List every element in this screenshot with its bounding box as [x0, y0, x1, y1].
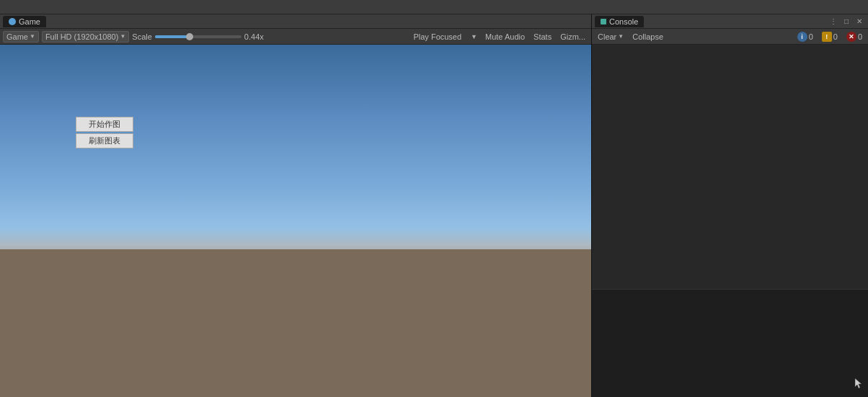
console-tab-label: Console	[609, 17, 638, 26]
warn-icon: !	[822, 32, 832, 42]
stats-label: Stats	[533, 32, 552, 41]
console-maximize-icon[interactable]: □	[841, 16, 852, 27]
play-focused-label: Play Focused	[413, 32, 461, 41]
info-badge[interactable]: i 0	[794, 31, 816, 43]
cursor-arrow-icon	[854, 377, 862, 390]
start-drawing-button[interactable]: 开始作图	[76, 117, 133, 132]
unity-top-bar	[0, 0, 868, 14]
ground-layer	[0, 249, 591, 397]
console-panel: Console ⋮ □ ✕ Clear ▼ Collapse i 0	[591, 14, 868, 397]
error-count: 0	[858, 32, 862, 41]
console-toolbar: Clear ▼ Collapse i 0 ! 0 ✕ 0	[592, 29, 868, 45]
clear-button[interactable]: Clear ▼	[595, 32, 626, 42]
warn-count: 0	[833, 32, 838, 41]
mute-audio-label: Mute Audio	[485, 32, 525, 41]
error-badge[interactable]: ✕ 0	[843, 31, 865, 43]
game-viewport: 开始作图 刷新图表	[0, 45, 591, 397]
gizmos-label: Gizm...	[560, 32, 585, 41]
play-focused-button[interactable]: Play Focused	[409, 32, 466, 42]
game-tab-bar: Game	[0, 14, 591, 29]
main-layout: Game Game ▼ Full HD (1920x1080) ▼ Scale …	[0, 14, 868, 397]
game-ui-buttons: 开始作图 刷新图表	[76, 117, 133, 148]
console-close-icon[interactable]: ✕	[854, 16, 865, 27]
scale-section: Scale 0.44x	[132, 32, 406, 41]
clear-dropdown-arrow: ▼	[618, 33, 624, 40]
cursor-indicator	[854, 377, 862, 391]
collapse-label: Collapse	[632, 32, 663, 41]
game-tab-icon	[9, 18, 16, 25]
game-tab[interactable]: Game	[3, 16, 46, 27]
warn-badge[interactable]: ! 0	[819, 31, 841, 43]
gizmos-button[interactable]: Gizm...	[557, 32, 588, 42]
scale-value: 0.44x	[244, 32, 267, 41]
error-icon: ✕	[846, 32, 856, 42]
scale-label: Scale	[132, 32, 152, 41]
refresh-chart-button[interactable]: 刷新图表	[76, 133, 133, 148]
game-tab-label: Game	[19, 17, 40, 26]
resolution-dropdown[interactable]: Full HD (1920x1080) ▼	[42, 31, 129, 43]
info-count: 0	[809, 32, 813, 41]
clear-label: Clear	[598, 32, 616, 41]
info-icon: i	[797, 32, 807, 42]
display-dropdown[interactable]: Game ▼	[3, 31, 39, 43]
console-tab-actions: ⋮ □ ✕	[828, 16, 865, 27]
game-panel: Game Game ▼ Full HD (1920x1080) ▼ Scale …	[0, 14, 591, 397]
collapse-button[interactable]: Collapse	[629, 32, 666, 42]
console-bottom	[592, 289, 868, 397]
scale-slider[interactable]	[155, 35, 242, 38]
console-content	[592, 45, 868, 289]
stats-button[interactable]: Stats	[531, 32, 554, 42]
game-toolbar: Game ▼ Full HD (1920x1080) ▼ Scale 0.44x…	[0, 29, 591, 45]
scale-slider-thumb	[186, 33, 193, 40]
display-dropdown-value: Game	[6, 32, 28, 41]
console-tab[interactable]: Console	[595, 16, 644, 27]
resolution-dropdown-arrow: ▼	[120, 33, 125, 40]
console-tab-bar: Console ⋮ □ ✕	[592, 14, 868, 29]
display-dropdown-arrow: ▼	[30, 33, 35, 40]
resolution-dropdown-value: Full HD (1920x1080)	[45, 32, 119, 41]
mute-audio-button[interactable]: Mute Audio	[482, 32, 528, 42]
console-tab-icon	[601, 19, 606, 24]
play-focused-dropdown-arrow[interactable]: ▼	[469, 32, 479, 41]
scale-slider-fill	[155, 35, 190, 38]
console-menu-icon[interactable]: ⋮	[828, 16, 839, 27]
